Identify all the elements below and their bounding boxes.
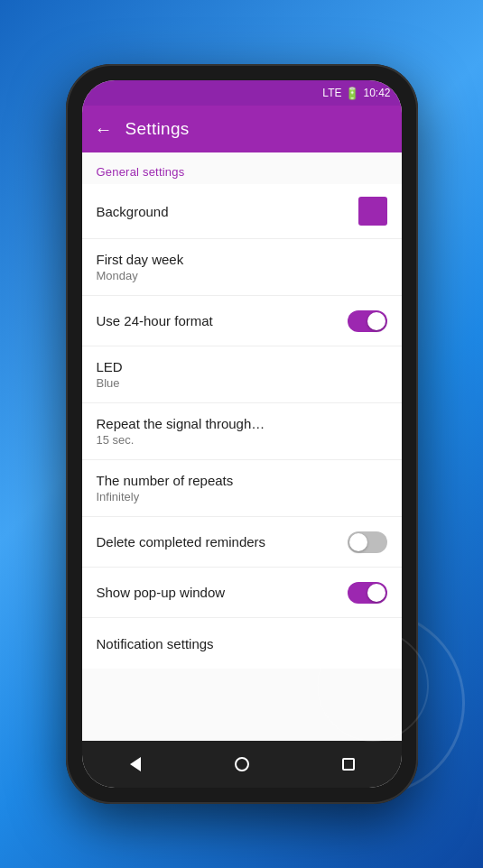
setting-led-left: LED Blue <box>97 359 123 390</box>
setting-background[interactable]: Background <box>82 184 402 239</box>
nav-recent-icon <box>342 758 355 771</box>
toggle-24hour-knob <box>367 312 385 330</box>
nav-back-icon <box>130 757 141 771</box>
toggle-show-popup-knob <box>367 584 385 602</box>
setting-repeat-signal-left: Repeat the signal through… 15 sec. <box>97 416 265 447</box>
clock: 10:42 <box>363 87 390 99</box>
setting-24hour-label: Use 24-hour format <box>97 313 213 328</box>
background-color-swatch[interactable] <box>358 197 387 226</box>
setting-number-repeats-label: The number of repeats <box>97 473 234 488</box>
setting-number-repeats-left: The number of repeats Infinitely <box>97 473 234 503</box>
setting-delete-completed-left: Delete completed reminders <box>97 534 266 549</box>
setting-first-day-value: Monday <box>97 269 184 282</box>
setting-24hour-left: Use 24-hour format <box>97 313 213 328</box>
setting-number-repeats[interactable]: The number of repeats Infinitely <box>82 460 402 517</box>
page-title: Settings <box>125 119 190 139</box>
top-app-bar: ← Settings <box>82 106 402 152</box>
setting-show-popup-left: Show pop-up window <box>97 585 226 600</box>
section-general-header: General settings <box>82 152 402 184</box>
setting-led-value: Blue <box>97 376 123 390</box>
setting-led[interactable]: LED Blue <box>82 346 402 403</box>
setting-delete-completed-label: Delete completed reminders <box>97 534 266 549</box>
setting-delete-completed[interactable]: Delete completed reminders <box>82 517 402 568</box>
nav-home-button[interactable] <box>226 748 258 780</box>
battery-icon: 🔋 <box>345 87 359 100</box>
toggle-show-popup[interactable] <box>348 582 387 604</box>
nav-bar <box>82 741 402 788</box>
nav-back-button[interactable] <box>119 748 152 780</box>
setting-show-popup[interactable]: Show pop-up window <box>82 568 402 618</box>
setting-notification-left: Notification settings <box>97 636 214 651</box>
setting-notification[interactable]: Notification settings <box>82 618 402 669</box>
setting-led-label: LED <box>97 359 123 374</box>
setting-background-left: Background <box>97 204 169 219</box>
setting-repeat-signal[interactable]: Repeat the signal through… 15 sec. <box>82 403 402 460</box>
setting-repeat-signal-value: 15 sec. <box>97 433 265 447</box>
setting-24hour[interactable]: Use 24-hour format <box>82 296 402 346</box>
setting-background-label: Background <box>97 204 169 219</box>
phone-device: LTE 🔋 10:42 ← Settings General settings … <box>66 64 418 804</box>
setting-show-popup-label: Show pop-up window <box>97 585 226 600</box>
setting-repeat-signal-label: Repeat the signal through… <box>97 416 265 431</box>
setting-first-day-label: First day week <box>97 252 184 267</box>
settings-content: General settings Background First day we… <box>82 152 402 741</box>
signal-label: LTE <box>322 87 341 99</box>
nav-recent-button[interactable] <box>332 748 365 780</box>
nav-home-icon <box>235 757 249 771</box>
toggle-24hour[interactable] <box>348 310 387 332</box>
setting-number-repeats-value: Infinitely <box>97 490 234 503</box>
status-bar: LTE 🔋 10:42 <box>82 80 402 106</box>
setting-first-day-left: First day week Monday <box>97 252 184 282</box>
toggle-delete-completed[interactable] <box>348 531 387 553</box>
toggle-delete-completed-knob <box>349 533 367 551</box>
phone-screen: LTE 🔋 10:42 ← Settings General settings … <box>82 80 402 788</box>
back-button[interactable]: ← <box>95 120 113 138</box>
setting-first-day-week[interactable]: First day week Monday <box>82 239 402 296</box>
setting-notification-label: Notification settings <box>97 636 214 651</box>
